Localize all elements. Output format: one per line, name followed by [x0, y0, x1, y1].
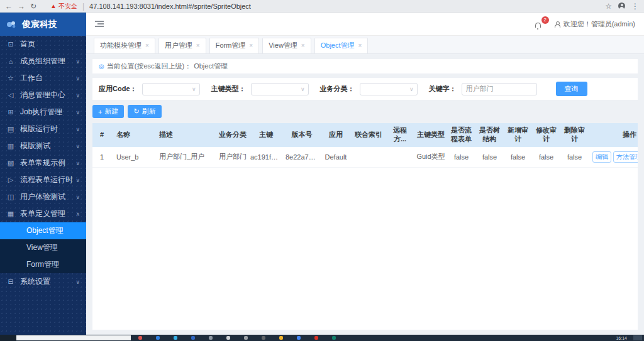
column-header-修改审计: 修改审计 [532, 123, 560, 147]
app-window: 俊宸科技 ⊡首页⌂成员组织管理∨☆工作台∨◁消息管理中心∨⊞Job执行管理∨▤模… [0, 13, 644, 335]
taskbar-app-icon-1[interactable] [156, 336, 160, 340]
browser-back-icon[interactable]: ← [5, 2, 13, 11]
taskbar-app-icon-6[interactable] [244, 336, 248, 340]
sidebar-item-org-management[interactable]: ⌂成员组织管理∨ [0, 53, 86, 70]
taskbar-app-icon-10[interactable] [314, 336, 318, 340]
column-header-是否树结构: 是否树结构 [475, 123, 504, 147]
taskbar-tray[interactable] [633, 335, 642, 340]
tab-close-icon[interactable]: × [196, 42, 200, 49]
chevron-down-icon: ∨ [192, 86, 196, 92]
browser-menu-icon[interactable]: ⋮ [631, 2, 639, 11]
keyword-input[interactable] [462, 83, 537, 95]
sidebar-item-message-center[interactable]: ◁消息管理中心∨ [0, 87, 86, 104]
cell-远程方... [386, 147, 414, 168]
refresh-icon: ↻ [133, 107, 139, 116]
filter-select-1[interactable]: ∨ [251, 83, 309, 95]
chevron-down-icon: ∨ [75, 58, 80, 65]
taskbar-search[interactable] [16, 335, 131, 340]
chevron-down-icon: ∨ [75, 109, 80, 116]
column-header-删除审计: 删除审计 [560, 123, 589, 147]
taskbar-app-icon-8[interactable] [279, 336, 283, 340]
taskbar-app-icon-7[interactable] [262, 336, 265, 340]
sidebar-item-job-management[interactable]: ⊞Job执行管理∨ [0, 104, 86, 121]
address-bar[interactable]: 47.108.141.193:8031/index.html#/sprite/S… [89, 3, 600, 10]
taskbar-app-icon-3[interactable] [191, 336, 195, 340]
sidebar: 俊宸科技 ⊡首页⌂成员组织管理∨☆工作台∨◁消息管理中心∨⊞Job执行管理∨▤模… [0, 13, 86, 335]
cell-主键: ac191f89-b... [248, 147, 284, 168]
tab-View管理[interactable]: View管理× [262, 38, 311, 53]
chevron-down-icon: ∨ [75, 75, 80, 82]
taskbar-app-icon-2[interactable] [174, 336, 177, 340]
bell-icon[interactable] [535, 23, 541, 28]
sidebar-item-template-runtime[interactable]: ▤模版运行时∨ [0, 121, 86, 138]
start-button[interactable] [0, 335, 16, 341]
tab-close-icon[interactable]: × [249, 42, 253, 49]
search-button[interactable]: 查询 [556, 82, 587, 96]
refresh-button[interactable]: ↻ 刷新 [128, 105, 161, 118]
sidebar-item-form-examples[interactable]: ▧表单常规示例∨ [0, 154, 86, 171]
taskbar-icons [133, 336, 616, 340]
tab-Form管理[interactable]: Form管理× [209, 38, 260, 53]
sidebar-item-ux-test[interactable]: ◫用户体验测试∨ [0, 188, 86, 205]
cell-#: 1 [92, 147, 111, 168]
column-header-主键类型: 主键类型 [414, 123, 447, 147]
filter-select-0[interactable]: ∨ [142, 83, 200, 95]
tab-close-icon[interactable]: × [358, 42, 362, 49]
tab-用户管理[interactable]: 用户管理× [158, 38, 206, 53]
sidebar-item-label: 首页 [20, 39, 80, 50]
column-header-远程方...: 远程方... [386, 123, 414, 147]
flow-icon: ▷ [6, 176, 15, 184]
security-warning[interactable]: ▲ 不安全 [50, 2, 77, 11]
notification-badge: 2 [541, 16, 549, 24]
chevron-down-icon: ∨ [301, 86, 305, 92]
tab-close-icon[interactable]: × [301, 42, 305, 49]
logo: 俊宸科技 [0, 13, 86, 36]
sidebar-item-label: Job执行管理 [20, 107, 75, 117]
tab-close-icon[interactable]: × [145, 42, 149, 49]
browser-profile-icon[interactable] [618, 3, 625, 9]
sidebar-item-form-definition[interactable]: ▦表单定义管理∧ [0, 205, 86, 222]
browser-reload-icon[interactable]: ↻ [30, 2, 36, 11]
bookmark-star-icon[interactable]: ☆ [605, 2, 612, 11]
sidebar-item-flow-form-runtime[interactable]: ▷流程表单运行时∨ [0, 171, 86, 188]
taskbar-app-icon-5[interactable] [226, 336, 230, 340]
column-header-应用: 应用 [320, 123, 352, 147]
chart-icon: ▧ [6, 159, 15, 167]
submenu-item-view-management[interactable]: View管理 [0, 239, 86, 256]
taskbar-app-icon-4[interactable] [209, 336, 213, 340]
cell-actions: 编辑方法管理快速创建表单 [589, 147, 638, 168]
cell-描述: 用户部门_用户 [154, 147, 217, 168]
new-button[interactable]: + 新建 [92, 105, 124, 118]
tab-label: Form管理 [216, 41, 246, 50]
taskbar-app-icon-0[interactable] [138, 336, 142, 340]
os-taskbar: 16:14 [0, 335, 644, 341]
user-box[interactable]: 2 欢迎您！管理员(admin) [535, 19, 635, 29]
form-icon: ▦ [6, 210, 15, 218]
sidebar-item-template-test[interactable]: ▥模版测试∨ [0, 138, 86, 154]
taskbar-app-icon-11[interactable] [332, 336, 336, 340]
object-table: #名称描述业务分类主键版本号应用联合索引远程方...主键类型是否流程表单是否树结… [92, 123, 638, 330]
taskbar-app-icon-9[interactable] [297, 336, 301, 340]
chevron-down-icon: ∨ [75, 279, 80, 285]
action-编辑[interactable]: 编辑 [592, 151, 611, 163]
sidebar-item-home[interactable]: ⊡首页 [0, 36, 86, 53]
keyword-label: 关键字： [429, 84, 457, 94]
collapse-sidebar-icon[interactable] [95, 21, 104, 27]
column-header-index: # [92, 123, 111, 147]
submenu-item-object-management[interactable]: Object管理 [0, 222, 86, 239]
breadcrumb-current: Object管理 [194, 62, 228, 71]
chevron-down-icon: ∨ [75, 126, 80, 133]
sidebar-item-workbench[interactable]: ☆工作台∨ [0, 70, 86, 87]
browser-forward-icon[interactable]: → [18, 2, 25, 11]
filter-select-2[interactable]: ∨ [360, 83, 418, 95]
sidebar-item-label: 模版运行时 [20, 124, 75, 134]
submenu-item-form-management[interactable]: Form管理 [0, 256, 86, 273]
location-icon: ◎ [99, 63, 104, 70]
action-方法管理[interactable]: 方法管理 [613, 151, 638, 163]
chart-icon: ▤ [6, 125, 15, 133]
tab-Object管理[interactable]: Object管理× [314, 38, 369, 53]
tab-功能模块管理[interactable]: 功能模块管理× [94, 38, 155, 53]
speaker-icon: ◁ [6, 91, 15, 99]
sidebar-item-system-settings[interactable]: ⊟系统设置∨ [0, 273, 86, 290]
column-header-新增审计: 新增审计 [504, 123, 532, 147]
